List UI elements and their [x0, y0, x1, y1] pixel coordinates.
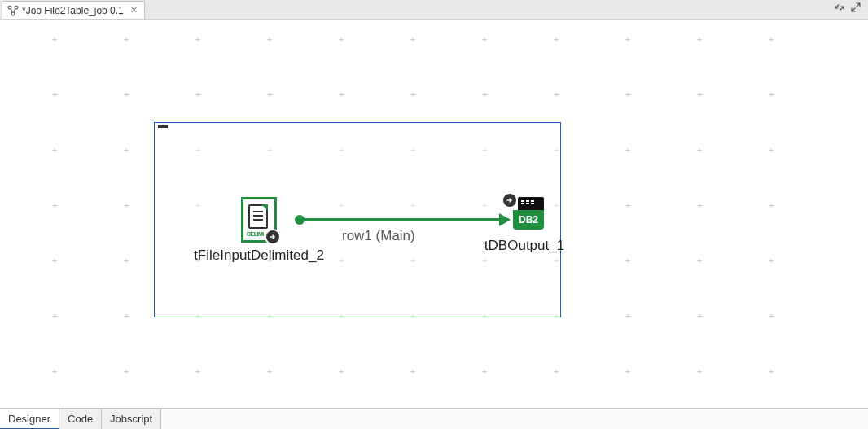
- output-arrow-icon: [265, 229, 281, 245]
- svg-point-2: [11, 12, 15, 15]
- component-label: tDBOutput_1: [459, 238, 590, 254]
- subjob-collapse-handle[interactable]: [158, 125, 168, 128]
- svg-point-0: [8, 6, 11, 9]
- input-arrow-icon: [502, 192, 518, 208]
- maximize-icon[interactable]: [850, 2, 861, 13]
- connection-label: row1 (Main): [342, 228, 415, 244]
- editor-tab-bar: *Job File2Table_job 0.1 ✕: [0, 0, 868, 20]
- tab-code[interactable]: Code: [59, 409, 102, 429]
- minimize-icon[interactable]: [834, 2, 845, 13]
- component-label: tFileInputDelimited_2: [182, 247, 335, 264]
- svg-line-3: [11, 8, 13, 12]
- design-canvas[interactable]: ++++++++++++++++++++++++++++++++++++++++…: [0, 20, 868, 408]
- editor-tab-title: *Job File2Table_job 0.1: [22, 5, 124, 16]
- job-flow-icon: [7, 5, 19, 16]
- file-input-delimited-icon: DELIMI: [241, 197, 277, 243]
- tab-designer[interactable]: Designer: [0, 409, 59, 429]
- close-icon[interactable]: ✕: [130, 5, 138, 15]
- component-db-output[interactable]: DB2 tDBOutput_1: [459, 197, 590, 254]
- editor-tab-active[interactable]: *Job File2Table_job 0.1 ✕: [2, 1, 145, 19]
- svg-line-4: [14, 8, 15, 12]
- component-file-input[interactable]: DELIMI tFileInputDelimited_2: [182, 197, 335, 264]
- db2-output-icon: DB2: [505, 197, 544, 233]
- tab-jobscript[interactable]: Jobscript: [102, 409, 161, 429]
- svg-point-1: [15, 6, 18, 9]
- bottom-tab-bar: Designer Code Jobscript: [0, 408, 868, 429]
